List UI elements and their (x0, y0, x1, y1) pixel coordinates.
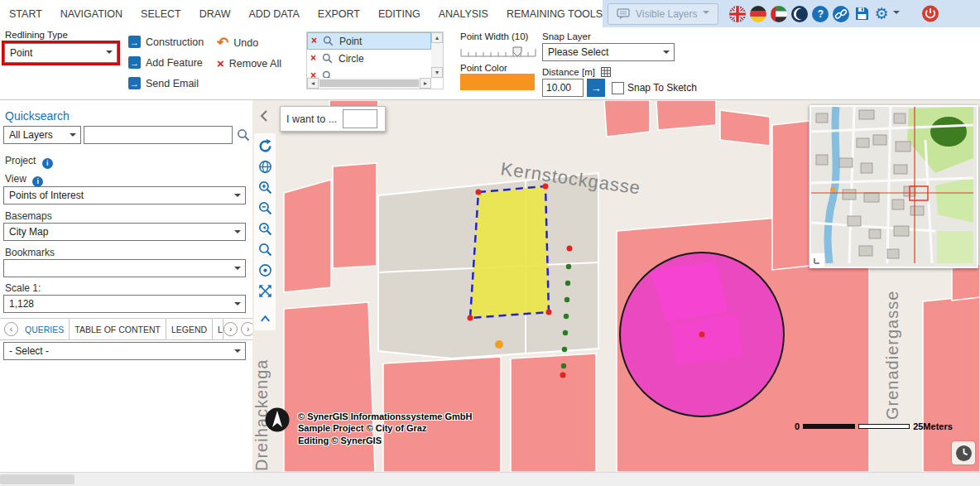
redlining-type-select[interactable]: Point (4, 43, 118, 63)
scroll-right-icon[interactable] (420, 78, 431, 89)
add-feature-button[interactable]: Add Feature (128, 56, 203, 69)
view-info-icon[interactable] (32, 176, 43, 187)
center-position-icon[interactable] (257, 262, 273, 278)
redline-yellow-rectangle[interactable] (468, 184, 552, 321)
collapse-sidebar-icon[interactable] (258, 108, 270, 123)
send-email-icon (128, 77, 141, 89)
tab-remaining-tools[interactable]: REMAINING TOOLS (497, 8, 612, 20)
visible-layers-button[interactable]: Visible Layers (608, 3, 718, 25)
i-want-to-widget[interactable]: I want to ... (280, 106, 386, 132)
quicksearch-layer-select[interactable]: All Layers (3, 126, 81, 144)
remove-all-button[interactable]: Remove All (217, 57, 281, 70)
distance-input[interactable] (542, 79, 584, 97)
share-link-icon[interactable] (833, 6, 849, 22)
snap-to-sketch-checkbox[interactable] (612, 82, 624, 94)
quicksearch-search-icon[interactable] (237, 128, 250, 142)
full-extent-icon[interactable] (257, 282, 273, 299)
snap-layer-label: Snap Layer (542, 31, 591, 41)
scroll-down-icon[interactable] (431, 67, 443, 78)
delete-shape-icon[interactable] (310, 52, 316, 65)
tab-draw[interactable]: DRAW (190, 8, 240, 20)
layers-bubble-icon (617, 8, 630, 20)
bookmarks-select[interactable] (3, 259, 246, 277)
globe-overview-icon[interactable] (257, 158, 273, 175)
redline-shape-list: Point Circle (306, 31, 444, 89)
chevron-down-icon (234, 349, 241, 356)
remove-all-label: Remove All (229, 58, 281, 70)
night-mode-moon-icon[interactable] (791, 6, 808, 22)
scrollbar-thumb[interactable] (0, 474, 74, 484)
language-german-flag-icon[interactable] (750, 6, 766, 22)
redline-magenta-circle[interactable] (620, 253, 784, 416)
zoom-select-icon[interactable] (257, 241, 273, 257)
tab-add-data[interactable]: ADD DATA (239, 8, 308, 20)
point-color-swatch[interactable] (460, 74, 535, 90)
project-info-icon[interactable] (42, 158, 53, 169)
panel-tab-truncated[interactable]: L (213, 319, 223, 339)
collapse-toolbar-chevron-icon[interactable] (257, 310, 273, 326)
scrollbar-thumb[interactable] (319, 79, 419, 87)
tab-editing[interactable]: EDITING (369, 8, 430, 20)
panel-tab-table-of-content[interactable]: TABLE OF CONTENT (70, 319, 166, 339)
panel-tabs-scroll-end-icon[interactable] (241, 322, 252, 336)
send-email-button[interactable]: Send Email (128, 77, 199, 89)
redline-orange-point[interactable] (495, 340, 503, 349)
tab-navigation[interactable]: NAVIGATION (51, 8, 132, 20)
shape-list-horizontal-scrollbar[interactable] (307, 78, 431, 89)
tab-analysis[interactable]: ANALYSIS (430, 8, 497, 20)
point-width-slider[interactable] (460, 46, 536, 59)
tab-start[interactable]: START (0, 8, 51, 20)
settings-gear-icon[interactable] (874, 6, 888, 22)
quicksearch-title: Quicksearch (5, 109, 70, 123)
distance-grid-icon[interactable] (601, 67, 611, 77)
zoom-previous-icon[interactable] (257, 220, 273, 237)
map-viewport[interactable]: Kernstockgasse Dreihackenga Grenadiergas… (252, 100, 980, 472)
scale-select[interactable]: 1,128 (3, 295, 246, 313)
zoom-to-shape-icon[interactable] (322, 53, 333, 64)
tab-export[interactable]: EXPORT (309, 8, 369, 20)
language-arabic-flag-icon[interactable] (771, 6, 787, 22)
sidebar-panel-tabs: QUERIES TABLE OF CONTENT LEGEND L (0, 318, 252, 340)
overview-inset-map[interactable] (809, 105, 978, 268)
query-select[interactable]: - Select - (3, 342, 246, 360)
panel-tabs-scroll-right-icon[interactable] (223, 322, 238, 336)
undo-button[interactable]: Undo (217, 36, 258, 49)
shape-row-partial[interactable] (307, 67, 431, 79)
save-icon[interactable] (853, 6, 870, 22)
layer-filter-value: All Layers (9, 129, 53, 141)
scroll-left-icon[interactable] (307, 78, 319, 89)
overview-resize-handle[interactable] (811, 253, 824, 267)
i-want-to-input[interactable] (343, 109, 377, 128)
delete-shape-icon[interactable] (311, 35, 317, 47)
time-slider-clock-button[interactable] (952, 441, 975, 464)
view-select-value: Points of Interest (9, 190, 84, 201)
top-right-toolbar: Visible Layers (603, 0, 980, 27)
zoom-in-icon[interactable] (257, 179, 273, 195)
settings-chevron-icon[interactable] (893, 11, 900, 17)
map-scalebar: 0 25Meters (795, 421, 953, 431)
basemaps-select[interactable]: City Map (3, 223, 246, 241)
chevron-down-icon (70, 133, 76, 140)
logout-power-icon[interactable] (922, 6, 939, 22)
panel-tabs-scroll-left-icon[interactable] (4, 322, 18, 336)
shape-row-circle[interactable]: Circle (307, 50, 431, 67)
panel-tab-queries[interactable]: QUERIES (20, 319, 70, 339)
tab-select[interactable]: SELECT (132, 8, 190, 20)
view-select[interactable]: Points of Interest (3, 186, 246, 205)
i-want-to-label: I want to ... (286, 113, 337, 125)
shape-row-point[interactable]: Point (307, 32, 431, 50)
construction-button[interactable]: Construction (128, 36, 204, 48)
apply-distance-button[interactable] (587, 79, 605, 97)
zoom-out-icon[interactable] (257, 200, 273, 216)
visible-layers-label: Visible Layers (636, 8, 697, 20)
refresh-map-icon[interactable] (257, 137, 273, 154)
language-english-flag-icon[interactable] (729, 6, 746, 22)
horizontal-scrollbar[interactable] (0, 472, 980, 486)
zoom-to-shape-icon[interactable] (323, 36, 334, 46)
scroll-up-icon[interactable] (431, 32, 443, 43)
snap-layer-select[interactable]: Please Select (542, 43, 675, 61)
panel-tab-legend[interactable]: LEGEND (166, 319, 213, 339)
quicksearch-input[interactable] (84, 126, 233, 144)
shape-list-vertical-scrollbar[interactable] (431, 32, 443, 79)
help-icon[interactable] (812, 6, 829, 22)
